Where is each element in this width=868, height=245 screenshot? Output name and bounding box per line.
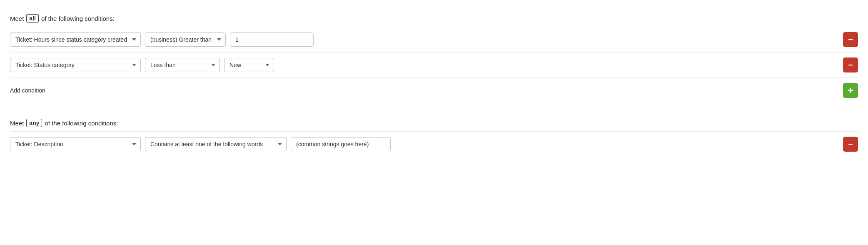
value-input-1[interactable]	[230, 32, 314, 47]
remove-button-3[interactable]: −	[843, 137, 858, 152]
minus-icon-1: −	[848, 35, 853, 44]
condition-row-2: Ticket: Hours since status category crea…	[10, 52, 858, 78]
meet-label-any: Meet	[10, 120, 24, 127]
condition-row-1: Ticket: Hours since status category crea…	[10, 27, 858, 52]
field-select-2[interactable]: Ticket: Hours since status category crea…	[10, 58, 141, 72]
all-badge: all	[26, 14, 39, 22]
add-condition-label[interactable]: Add condition	[10, 87, 45, 94]
any-section-header: Meet any of the following conditions:	[10, 113, 858, 131]
remove-button-2[interactable]: −	[843, 58, 858, 72]
field-select-3[interactable]: Ticket: Hours since status category crea…	[10, 137, 141, 151]
field-select-1[interactable]: Ticket: Hours since status category crea…	[10, 32, 141, 47]
all-section-header: Meet all of the following conditions:	[10, 8, 858, 27]
spacer	[10, 106, 858, 113]
any-suffix: of the following conditions:	[45, 120, 118, 127]
add-condition-row: Add condition +	[10, 78, 858, 103]
minus-icon-3: −	[848, 140, 853, 148]
plus-icon: +	[848, 85, 853, 95]
operator-select-3[interactable]: Contains at least one of the following w…	[145, 137, 287, 151]
remove-button-1[interactable]: −	[843, 32, 858, 47]
value-input-3[interactable]	[291, 137, 391, 151]
operator-select-1[interactable]: (business) Greater than (business) Less …	[145, 32, 226, 47]
minus-icon-2: −	[848, 61, 853, 69]
operator-select-2[interactable]: Less than Greater than Is Is not	[145, 58, 220, 72]
condition-row-3: Ticket: Hours since status category crea…	[10, 131, 858, 157]
add-condition-button[interactable]: +	[843, 83, 858, 98]
any-conditions-section: Meet any of the following conditions: Ti…	[10, 113, 858, 157]
all-conditions-section: Meet all of the following conditions: Ti…	[10, 8, 858, 103]
all-suffix: of the following conditions:	[41, 15, 115, 22]
any-badge: any	[26, 119, 42, 127]
value-select-2[interactable]: New Open Pending Solved Closed	[224, 58, 274, 72]
meet-label-all: Meet	[10, 15, 24, 22]
